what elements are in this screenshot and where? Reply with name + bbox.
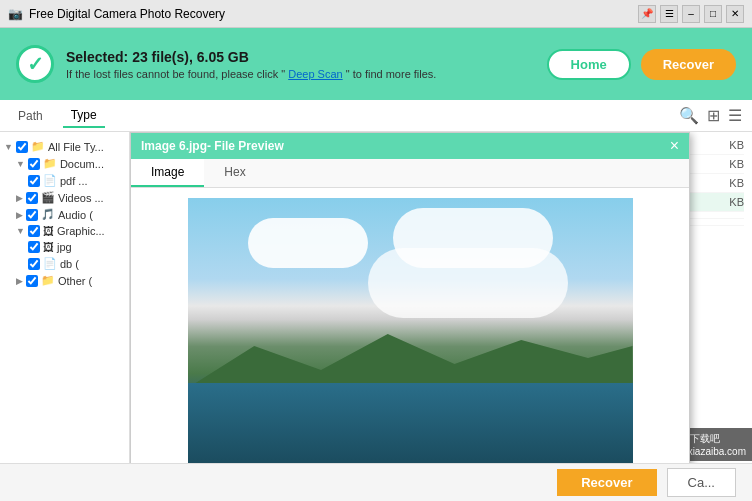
preview-title: Image 6.jpg- File Preview (141, 139, 284, 153)
jpg-icon: 🖼 (43, 241, 54, 253)
cloud-3 (368, 248, 568, 318)
home-button[interactable]: Home (547, 49, 631, 80)
cloud-1 (248, 218, 368, 268)
header-text: Selected: 23 file(s), 6.05 GB If the los… (66, 49, 436, 80)
deep-scan-link[interactable]: Deep Scan (288, 68, 342, 80)
checkbox-videos[interactable] (26, 192, 38, 204)
menu-button[interactable]: ☰ (660, 5, 678, 23)
title-bar-left: 📷 Free Digital Camera Photo Recovery (8, 7, 225, 21)
checkbox-pdf[interactable] (28, 175, 40, 187)
close-button[interactable]: ✕ (726, 5, 744, 23)
search-icon[interactable]: 🔍 (679, 106, 699, 125)
preview-image (188, 198, 633, 463)
app-title: Free Digital Camera Photo Recovery (29, 7, 225, 21)
checkbox-jpg[interactable] (28, 241, 40, 253)
recover-header-button[interactable]: Recover (641, 49, 736, 80)
tree-item-videos[interactable]: ▶ 🎬 Videos ... (4, 189, 125, 206)
main-area: ▼ 📁 All File Ty... ▼ 📁 Docum... 📄 pdf ..… (0, 132, 752, 463)
tree-item-pdf[interactable]: 📄 pdf ... (4, 172, 125, 189)
file-tree: ▼ 📁 All File Ty... ▼ 📁 Docum... 📄 pdf ..… (0, 132, 130, 463)
checkbox-all[interactable] (16, 141, 28, 153)
hint-text: If the lost files cannot be found, pleas… (66, 68, 436, 80)
pin-button[interactable]: 📌 (638, 5, 656, 23)
header-right[interactable]: Home Recover (547, 49, 736, 80)
check-icon: ✓ (16, 45, 54, 83)
tree-item-other[interactable]: ▶ 📁 Other ( (4, 272, 125, 289)
title-bar: 📷 Free Digital Camera Photo Recovery 📌 ☰… (0, 0, 752, 28)
header-left: ✓ Selected: 23 file(s), 6.05 GB If the l… (16, 45, 436, 83)
checkbox-other[interactable] (26, 275, 38, 287)
sea (188, 383, 633, 463)
tab-path[interactable]: Path (10, 105, 51, 127)
recover-button[interactable]: Recover (557, 469, 656, 496)
pdf-icon: 📄 (43, 174, 57, 187)
minimize-button[interactable]: – (682, 5, 700, 23)
checkbox-graphics[interactable] (28, 225, 40, 237)
preview-close-button[interactable]: × (670, 138, 679, 154)
other-icon: 📁 (41, 274, 55, 287)
tab-type[interactable]: Type (63, 104, 105, 128)
checkbox-documents[interactable] (28, 158, 40, 170)
checkbox-audio[interactable] (26, 209, 38, 221)
tab-hex[interactable]: Hex (204, 159, 265, 187)
preview-tabs: Image Hex (131, 159, 689, 188)
file-list-area: KB KB KB KB Image 6.jpg- File Preview × … (130, 132, 752, 463)
folder-icon: 📁 (31, 140, 45, 153)
toolbar-row: Path Type 🔍 ⊞ ☰ (0, 100, 752, 132)
tree-item-graphics[interactable]: ▼ 🖼 Graphic... (4, 223, 125, 239)
list-icon[interactable]: ☰ (728, 106, 742, 125)
tree-item-all[interactable]: ▼ 📁 All File Ty... (4, 138, 125, 155)
selected-count: Selected: 23 file(s), 6.05 GB (66, 49, 436, 65)
audio-icon: 🎵 (41, 208, 55, 221)
preview-image-area (131, 188, 689, 463)
db-icon: 📄 (43, 257, 57, 270)
preview-dialog: Image 6.jpg- File Preview × Image Hex (130, 132, 690, 463)
cancel-button[interactable]: Ca... (667, 468, 736, 497)
header-banner: ✓ Selected: 23 file(s), 6.05 GB If the l… (0, 28, 752, 100)
preview-titlebar: Image 6.jpg- File Preview × (131, 133, 689, 159)
bottom-bar: Recover Ca... (0, 463, 752, 501)
mountain (188, 328, 633, 388)
video-icon: 🎬 (41, 191, 55, 204)
tree-item-documents[interactable]: ▼ 📁 Docum... (4, 155, 125, 172)
tree-item-audio[interactable]: ▶ 🎵 Audio ( (4, 206, 125, 223)
tab-image[interactable]: Image (131, 159, 204, 187)
toolbar-icons: 🔍 ⊞ ☰ (679, 106, 742, 125)
app-icon: 📷 (8, 7, 23, 21)
tree-item-jpg[interactable]: 🖼 jpg (4, 239, 125, 255)
maximize-button[interactable]: □ (704, 5, 722, 23)
checkbox-db[interactable] (28, 258, 40, 270)
grid-icon[interactable]: ⊞ (707, 106, 720, 125)
title-bar-controls[interactable]: 📌 ☰ – □ ✕ (638, 5, 744, 23)
tree-item-db[interactable]: 📄 db ( (4, 255, 125, 272)
graphics-icon: 🖼 (43, 225, 54, 237)
folder-icon-2: 📁 (43, 157, 57, 170)
